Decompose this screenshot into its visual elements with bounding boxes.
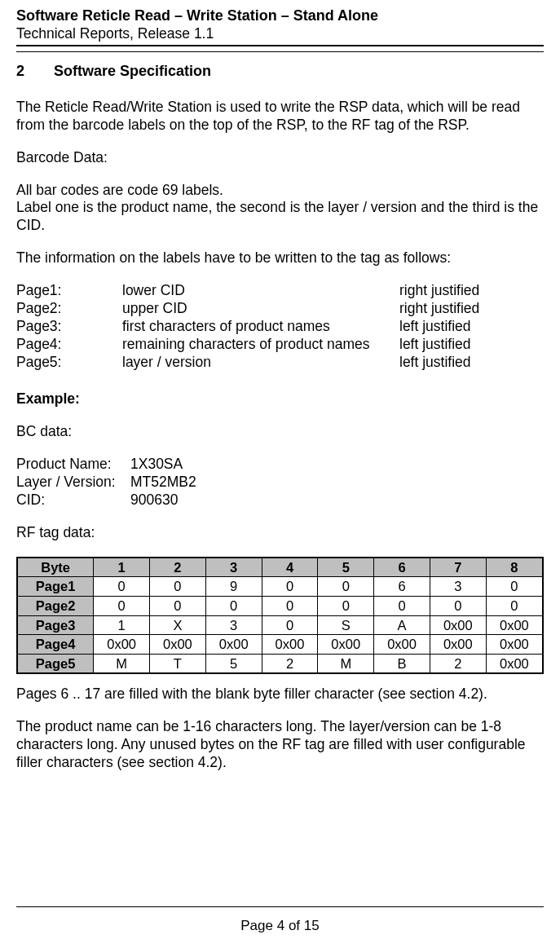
cell: 0 — [150, 577, 206, 597]
cell: B — [374, 654, 430, 673]
cell: 0 — [262, 615, 318, 635]
cell: 0x00 — [150, 635, 206, 655]
col-header: 1 — [94, 558, 150, 577]
after-table-note-2: The product name can be 1-16 characters … — [16, 718, 544, 772]
bc-value: MT52MB2 — [130, 474, 544, 492]
cell: 0x00 — [486, 635, 543, 655]
table-row: Page3 1 X 3 0 S A 0x00 0x00 — [17, 615, 543, 635]
cell: 0 — [486, 596, 543, 615]
page-name: Page4: — [16, 336, 122, 354]
table-header-row: Byte 1 2 3 4 5 6 7 8 — [17, 558, 543, 577]
example-heading: Example: — [16, 390, 544, 408]
bc-value: 900630 — [130, 492, 544, 509]
col-header: 7 — [430, 558, 486, 577]
col-header: 4 — [262, 558, 318, 577]
doc-subtitle: Technical Reports, Release 1.1 — [16, 25, 544, 43]
cell: S — [318, 615, 374, 635]
cell: 0 — [150, 596, 206, 615]
cell: A — [374, 615, 430, 635]
page-desc: layer / version — [122, 354, 399, 372]
bc-label: Layer / Version: — [16, 474, 130, 492]
cell: 0x00 — [205, 635, 262, 655]
cell: 0 — [374, 596, 430, 615]
barcode-heading: Barcode Data: — [16, 149, 544, 167]
cell: 0 — [318, 596, 374, 615]
col-header: 8 — [486, 558, 543, 577]
section-heading: 2 Software Specification — [16, 62, 544, 81]
cell: 0 — [94, 577, 150, 597]
doc-title: Software Reticle Read – Write Station – … — [16, 7, 544, 25]
page-just: right justified — [399, 282, 544, 300]
cell: 0x00 — [262, 635, 318, 655]
col-header: 2 — [150, 558, 206, 577]
cell: 0x00 — [318, 635, 374, 655]
row-header: Page3 — [17, 615, 94, 635]
page-just: right justified — [399, 300, 544, 318]
page-just: left justified — [399, 318, 544, 336]
row-header: Page1 — [17, 577, 94, 597]
page-desc: remaining characters of product names — [122, 336, 399, 354]
cell: 0 — [486, 577, 543, 597]
label-instruction: The information on the labels have to be… — [16, 249, 544, 267]
table-row: Page2 0 0 0 0 0 0 0 0 — [17, 596, 543, 615]
barcode-desc-line1: All bar codes are code 69 labels. — [16, 182, 544, 200]
footer-rule — [16, 906, 544, 907]
page-name: Page1: — [16, 282, 122, 300]
page-footer: Page 4 of 15 — [16, 917, 544, 934]
rf-data-table: Byte 1 2 3 4 5 6 7 8 Page1 0 0 9 0 0 6 3… — [16, 557, 544, 675]
cell: 0 — [205, 596, 262, 615]
page-name: Page3: — [16, 318, 122, 336]
row-header: Page2 — [17, 596, 94, 615]
page-desc: lower CID — [122, 282, 399, 300]
page-just: left justified — [399, 336, 544, 354]
cell: 0x00 — [94, 635, 150, 655]
page-desc: first characters of product names — [122, 318, 399, 336]
cell: 9 — [205, 577, 262, 597]
cell: 3 — [430, 577, 486, 597]
page-desc: upper CID — [122, 300, 399, 318]
cell: 0 — [318, 577, 374, 597]
cell: 0 — [430, 596, 486, 615]
cell: 1 — [94, 615, 150, 635]
bc-value: 1X30SA — [130, 456, 544, 474]
cell: X — [150, 615, 206, 635]
cell: M — [94, 654, 150, 673]
header-rule-thin — [16, 51, 544, 52]
cell: 2 — [262, 654, 318, 673]
barcode-desc-line2: Label one is the product name, the secon… — [16, 199, 544, 235]
pages-list: Page1: lower CID right justified Page2: … — [16, 282, 544, 371]
cell: 2 — [430, 654, 486, 673]
cell: 3 — [205, 615, 262, 635]
bc-data-heading: BC data: — [16, 423, 544, 441]
col-header: 5 — [318, 558, 374, 577]
section-number: 2 — [16, 62, 54, 81]
cell: 0 — [262, 577, 318, 597]
intro-paragraph: The Reticle Read/Write Station is used t… — [16, 99, 544, 134]
col-header: 6 — [374, 558, 430, 577]
cell: 0x00 — [374, 635, 430, 655]
col-header: 3 — [205, 558, 262, 577]
after-table-note-1: Pages 6 .. 17 are filled with the blank … — [16, 686, 544, 703]
table-row: Page4 0x00 0x00 0x00 0x00 0x00 0x00 0x00… — [17, 635, 543, 655]
row-header: Page5 — [17, 654, 94, 673]
table-row: Page1 0 0 9 0 0 6 3 0 — [17, 577, 543, 597]
header-rule — [16, 45, 544, 46]
page-just: left justified — [399, 354, 544, 372]
cell: 0x00 — [486, 615, 543, 635]
bc-label: Product Name: — [16, 456, 130, 474]
cell: 0x00 — [486, 654, 543, 673]
cell: 5 — [205, 654, 262, 673]
table-row: Page5 M T 5 2 M B 2 0x00 — [17, 654, 543, 673]
bc-label: CID: — [16, 492, 130, 509]
section-title: Software Specification — [54, 62, 211, 81]
page-name: Page2: — [16, 300, 122, 318]
rf-heading: RF tag data: — [16, 524, 544, 542]
page-name: Page5: — [16, 354, 122, 372]
col-header-byte: Byte — [17, 558, 94, 577]
cell: 6 — [374, 577, 430, 597]
cell: 0x00 — [430, 635, 486, 655]
cell: 0 — [94, 596, 150, 615]
cell: M — [318, 654, 374, 673]
row-header: Page4 — [17, 635, 94, 655]
cell: T — [150, 654, 206, 673]
